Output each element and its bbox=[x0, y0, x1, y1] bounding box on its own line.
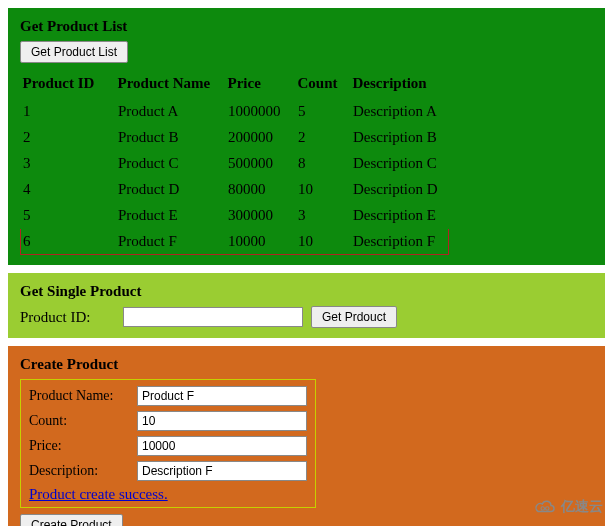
list-panel-title: Get Product List bbox=[20, 18, 593, 35]
single-panel-title: Get Single Product bbox=[20, 283, 593, 300]
create-status-message: Product create success. bbox=[29, 486, 307, 503]
cell-id: 4 bbox=[21, 177, 116, 203]
cell-count: 2 bbox=[296, 125, 351, 151]
cell-desc: Description C bbox=[351, 151, 449, 177]
header-name: Product Name bbox=[116, 71, 226, 99]
description-label: Description: bbox=[29, 463, 137, 479]
cell-id: 6 bbox=[21, 229, 116, 255]
get-single-product-panel: Get Single Product Product ID: Get Prdou… bbox=[8, 273, 605, 338]
table-row[interactable]: 4Product D8000010Description D bbox=[21, 177, 449, 203]
watermark-text: 亿速云 bbox=[561, 498, 603, 516]
header-id: Product ID bbox=[21, 71, 116, 99]
cell-name: Product E bbox=[116, 203, 226, 229]
cell-desc: Description F bbox=[351, 229, 449, 255]
header-count: Count bbox=[296, 71, 351, 99]
cell-price: 80000 bbox=[226, 177, 296, 203]
price-label: Price: bbox=[29, 438, 137, 454]
cell-id: 2 bbox=[21, 125, 116, 151]
cell-count: 3 bbox=[296, 203, 351, 229]
cell-count: 10 bbox=[296, 177, 351, 203]
create-product-button[interactable]: Create Product bbox=[20, 514, 123, 526]
product-name-label: Product Name: bbox=[29, 388, 137, 404]
cell-name: Product C bbox=[116, 151, 226, 177]
cell-price: 1000000 bbox=[226, 99, 296, 125]
cloud-icon bbox=[533, 498, 557, 516]
cell-desc: Description E bbox=[351, 203, 449, 229]
get-product-list-button[interactable]: Get Product List bbox=[20, 41, 128, 63]
product-table: Product ID Product Name Price Count Desc… bbox=[20, 71, 449, 255]
cell-id: 3 bbox=[21, 151, 116, 177]
cell-count: 10 bbox=[296, 229, 351, 255]
product-name-input[interactable] bbox=[137, 386, 307, 406]
svg-point-0 bbox=[541, 507, 544, 510]
get-product-button[interactable]: Get Prdouct bbox=[311, 306, 397, 328]
cell-count: 8 bbox=[296, 151, 351, 177]
cell-price: 500000 bbox=[226, 151, 296, 177]
table-row[interactable]: 2Product B2000002Description B bbox=[21, 125, 449, 151]
table-row[interactable]: 5Product E3000003Description E bbox=[21, 203, 449, 229]
cell-name: Product D bbox=[116, 177, 226, 203]
price-input[interactable] bbox=[137, 436, 307, 456]
cell-desc: Description B bbox=[351, 125, 449, 151]
table-row[interactable]: 6Product F1000010Description F bbox=[21, 229, 449, 255]
cell-price: 200000 bbox=[226, 125, 296, 151]
cell-count: 5 bbox=[296, 99, 351, 125]
watermark: 亿速云 bbox=[533, 498, 603, 516]
cell-name: Product F bbox=[116, 229, 226, 255]
cell-price: 10000 bbox=[226, 229, 296, 255]
header-desc: Description bbox=[351, 71, 449, 99]
cell-desc: Description D bbox=[351, 177, 449, 203]
table-row[interactable]: 1Product A10000005Description A bbox=[21, 99, 449, 125]
table-row[interactable]: 3Product C5000008Description C bbox=[21, 151, 449, 177]
cell-id: 5 bbox=[21, 203, 116, 229]
cell-desc: Description A bbox=[351, 99, 449, 125]
cell-name: Product A bbox=[116, 99, 226, 125]
create-panel-title: Create Product bbox=[20, 356, 593, 373]
table-header-row: Product ID Product Name Price Count Desc… bbox=[21, 71, 449, 99]
create-form-box: Product Name: Count: Price: Description:… bbox=[20, 379, 316, 508]
product-id-input[interactable] bbox=[123, 307, 303, 327]
get-product-list-panel: Get Product List Get Product List Produc… bbox=[8, 8, 605, 265]
cell-price: 300000 bbox=[226, 203, 296, 229]
svg-point-1 bbox=[546, 507, 549, 510]
count-label: Count: bbox=[29, 413, 137, 429]
cell-id: 1 bbox=[21, 99, 116, 125]
product-id-label: Product ID: bbox=[20, 309, 115, 326]
header-price: Price bbox=[226, 71, 296, 99]
create-product-panel: Create Product Product Name: Count: Pric… bbox=[8, 346, 605, 526]
description-input[interactable] bbox=[137, 461, 307, 481]
cell-name: Product B bbox=[116, 125, 226, 151]
count-input[interactable] bbox=[137, 411, 307, 431]
